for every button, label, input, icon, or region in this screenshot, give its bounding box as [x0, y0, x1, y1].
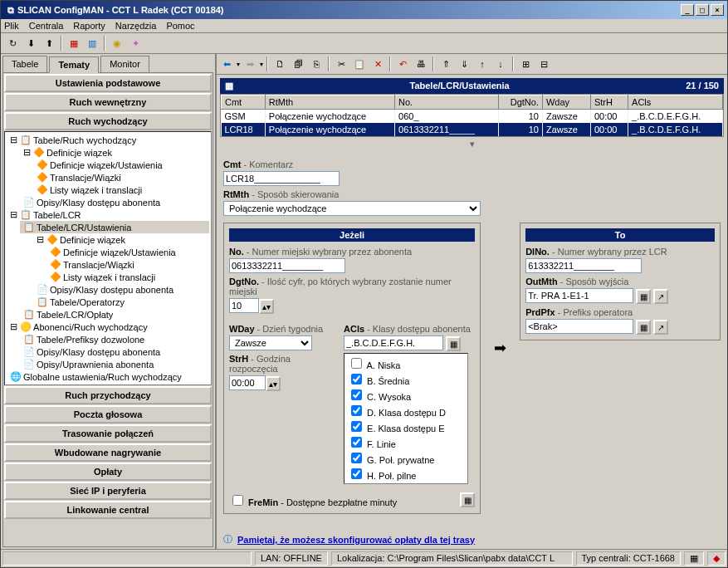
acls-input[interactable] — [344, 335, 443, 350]
tree-node-selected[interactable]: 📋 Tabele/LCR/Ustawienia — [20, 221, 209, 233]
acc-nagrywanie[interactable]: Wbudowane nagrywanie — [4, 443, 212, 462]
monitor-icon[interactable]: ▥ — [84, 35, 100, 51]
acc-ruch-wychodzacy[interactable]: Ruch wychodzący — [4, 112, 212, 130]
tree-node[interactable]: ⊟ 📋 Tabele/Ruch wychodzący — [7, 134, 209, 146]
rtmth-select[interactable]: Połączenie wychodzące — [223, 201, 481, 216]
tree-node[interactable]: 📄 Opisy/Klasy dostępu abonenta — [33, 283, 209, 296]
tree-node[interactable]: 📄 Opisy/Klasy dostępu abonenta — [20, 196, 209, 208]
tree-node[interactable]: ⊟ 🔶 Definicje wiązek — [20, 146, 209, 159]
acls-option[interactable]: H. Poł. pilne — [346, 466, 466, 482]
tree-node[interactable]: ⊟ 📋 Tabele/LCR — [7, 208, 209, 221]
acls-option[interactable]: E. Klasa dostępu E — [346, 419, 466, 434]
tree-node[interactable]: 📄 Opisy/Klasy dostępu abonenta — [20, 345, 209, 358]
splitter-handle[interactable]: ▾ — [217, 137, 727, 151]
menu-centrala[interactable]: Centrala — [29, 21, 64, 31]
fremin-browse-button[interactable]: ▦ — [460, 492, 475, 507]
cmt-input[interactable] — [223, 171, 340, 186]
fremin-checkbox[interactable] — [232, 495, 243, 506]
outmth-grid-button[interactable]: ▦ — [636, 289, 651, 304]
tree-node[interactable]: 🔶 Definicje wiązek/Ustawienia — [33, 159, 209, 171]
col-strh[interactable]: StrH — [590, 95, 628, 110]
tree-node[interactable]: 🌐 Globalne ustawienia/Ruch wychodzący — [7, 370, 209, 383]
tree-node[interactable]: 📄 Opisy/Uprawnienia abonenta — [20, 358, 209, 370]
data-grid[interactable]: Cmt RtMth No. DgtNo. Wday StrH ACls GSMP… — [220, 94, 724, 137]
close-button[interactable]: × — [711, 4, 724, 16]
acls-option[interactable]: A. Niska — [346, 355, 466, 371]
tree-node[interactable]: 🔶 Listy wiązek i translacji — [46, 271, 209, 283]
tree-node[interactable]: 🔶 Listy wiązek i translacji — [33, 184, 209, 196]
acls-option[interactable]: B. Średnia — [346, 371, 466, 387]
prdpfx-grid-button[interactable]: ▦ — [636, 320, 651, 335]
acc-ruch-przychodzacy[interactable]: Ruch przychodzący — [4, 386, 212, 404]
upload-icon[interactable]: ⬆ — [41, 35, 57, 51]
acc-poczta-glosowa[interactable]: Poczta głosowa — [4, 405, 212, 424]
tree-node[interactable]: ⊟ 🟡 Abonenci/Ruch wychodzący — [7, 321, 209, 333]
acc-trasowanie[interactable]: Trasowanie połączeń — [4, 424, 212, 443]
acls-option[interactable]: G. Poł. prywatne — [346, 450, 466, 466]
menu-plik[interactable]: Plik — [4, 21, 19, 31]
strh-input[interactable] — [229, 375, 266, 390]
outmth-goto-button[interactable]: ↗ — [653, 289, 668, 304]
dino-input[interactable] — [525, 258, 642, 273]
spinner-icon[interactable]: ▴▾ — [259, 299, 274, 314]
move-down-icon[interactable]: ↓ — [492, 56, 509, 72]
acc-oplaty[interactable]: Opłaty — [4, 463, 212, 481]
prdpfx-goto-button[interactable]: ↗ — [653, 320, 668, 335]
tree-node[interactable]: ⊟ 🔶 Definicje wiązek — [33, 233, 209, 246]
cut-icon[interactable]: ✂ — [333, 56, 349, 72]
tree-node[interactable]: 🔶 Translacje/Wiązki — [46, 258, 209, 271]
table-row[interactable]: GSMPołączenie wychodzące060_10Zawsze00:0… — [222, 110, 723, 124]
col-wday[interactable]: Wday — [542, 95, 590, 110]
collapse-icon[interactable]: ⊟ — [535, 56, 552, 72]
acls-browse-button[interactable]: ▦ — [446, 336, 461, 351]
tree-node[interactable]: 🔶 Definicje wiązek/Ustawienia — [46, 246, 209, 258]
back-icon[interactable]: ⬅ — [218, 56, 235, 72]
tool-icon[interactable]: ✦ — [127, 35, 144, 51]
refresh-icon[interactable]: ↻ — [4, 35, 21, 51]
acc-ruch-wewnetrzny[interactable]: Ruch wewnętrzny — [4, 93, 212, 111]
new-icon[interactable]: 🗋 — [271, 56, 288, 72]
table-row-selected[interactable]: LCR18Połączenie wychodzące0613332211____… — [222, 123, 723, 136]
prdpfx-input[interactable] — [525, 319, 633, 334]
dgtno-input[interactable] — [229, 298, 259, 313]
col-rtmth[interactable]: RtMth — [265, 95, 394, 110]
tree-node[interactable]: 📋 Tabele/LCR/Opłaty — [20, 308, 209, 321]
copy-icon[interactable]: ⎘ — [308, 56, 325, 72]
maximize-button[interactable]: □ — [696, 4, 709, 16]
move-up-icon[interactable]: ↑ — [474, 56, 491, 72]
download-icon[interactable]: ⬇ — [22, 35, 39, 51]
tree-node[interactable]: 📋 Tabele/Prefiksy dozwolone — [20, 333, 209, 345]
acls-option[interactable]: C. Wysoka — [346, 387, 466, 403]
paste-icon[interactable]: 📋 — [351, 56, 368, 72]
acls-option[interactable]: D. Klasa dostępu D — [346, 403, 466, 419]
tab-tematy[interactable]: Tematy — [49, 56, 99, 73]
sort-desc-icon[interactable]: ⇓ — [456, 56, 472, 72]
menu-pomoc[interactable]: Pomoc — [166, 21, 194, 31]
hint-link[interactable]: Pamiętaj, że możesz skonfigurować opłaty… — [237, 535, 475, 545]
device-icon[interactable]: ▦ — [66, 35, 82, 51]
print-icon[interactable]: 🖶 — [413, 56, 429, 72]
delete-icon[interactable]: ✕ — [369, 56, 386, 72]
wday-select[interactable]: Zawsze — [229, 335, 312, 350]
expand-icon[interactable]: ⊞ — [517, 56, 534, 72]
spinner-icon[interactable]: ▴▾ — [266, 376, 281, 391]
tab-tabele[interactable]: Tabele — [2, 56, 47, 72]
col-no[interactable]: No. — [395, 95, 499, 110]
outmth-input[interactable] — [525, 288, 633, 303]
acls-option[interactable]: F. Linie — [346, 434, 466, 450]
menu-narzedzia[interactable]: Narzędzia — [115, 21, 157, 31]
col-dgtno[interactable]: DgtNo. — [498, 95, 542, 110]
undo-icon[interactable]: ↶ — [394, 56, 411, 72]
acls-checklist[interactable]: A. Niska B. Średnia C. Wysoka D. Klasa d… — [344, 353, 468, 484]
minimize-button[interactable]: _ — [681, 4, 694, 16]
acc-ustawienia-podstawowe[interactable]: Ustawienia podstawowe — [4, 74, 212, 92]
audio-icon[interactable]: ◉ — [109, 35, 125, 51]
acc-siec-ip[interactable]: Sieć IP i peryferia — [4, 482, 212, 500]
tree-node[interactable]: 📋 Tabele/Operatorzy — [33, 296, 209, 308]
tree-node[interactable]: 🔶 Translacje/Wiązki — [33, 171, 209, 184]
sort-asc-icon[interactable]: ⇑ — [437, 56, 454, 72]
open-icon[interactable]: 🗐 — [290, 56, 306, 72]
acc-linkowanie[interactable]: Linkowanie central — [4, 501, 212, 519]
col-acls[interactable]: ACls — [628, 95, 723, 110]
col-cmt[interactable]: Cmt — [222, 95, 266, 110]
